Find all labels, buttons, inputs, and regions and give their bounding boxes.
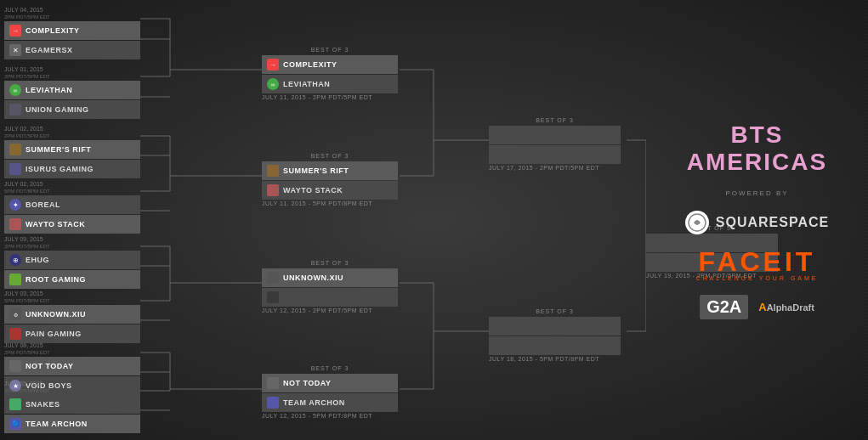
r2-match-3: BEST OF 3 UNKNOWN.XIU JULY 12, 2015 - 2P… (262, 260, 398, 313)
squarespace-logo: SQUARESPACE (685, 211, 829, 234)
r1-m3-time: 2PM PDT/5PM EDT (4, 133, 140, 138)
g2a-logo: G2A (700, 295, 748, 319)
team-name: TEAM ARCHON (26, 420, 88, 428)
r1-m4-time: 5PM PDT/8PM EDT (4, 189, 140, 194)
team-icon: → (9, 25, 21, 37)
bracket-container: JULY 04, 2015 2PM PDT/5PM EDT → COMPLEXI… (0, 0, 646, 440)
team-slot: UNKNOWN.XIU (262, 268, 398, 287)
team-slot: → COMPLEXITY (262, 55, 398, 74)
team-name: TEAM ARCHON (283, 398, 345, 407)
team-slot: ROOT GAMING (4, 270, 140, 289)
team-slot (262, 288, 398, 307)
team-name: LEVIATHAN (26, 86, 72, 94)
team-slot-empty (489, 317, 621, 336)
r3-m2-label: BEST OF 3 (489, 308, 621, 314)
r1-match-8: JULY 05, 2015 2PM PDT/5PM EDT SNAKES 🔵 T… (4, 381, 140, 434)
r1-m2-date: JULY 01, 2015 (4, 66, 140, 72)
r2-m4-date: JULY 12, 2015 - 5PM PDT/8PM EDT (262, 413, 398, 419)
team-icon (267, 165, 279, 177)
team-icon (9, 398, 21, 410)
r1-m1-time: 2PM PDT/5PM EDT (4, 14, 140, 20)
team-icon: ⊕ (9, 254, 21, 266)
team-icon (9, 104, 21, 116)
r3-match-2: BEST OF 3 JULY 18, 2015 - 5PM PDT/8PM ED… (489, 308, 621, 362)
team-icon (267, 184, 279, 196)
team-name: ISURUS GAMING (26, 165, 94, 173)
r1-match-2: JULY 01, 2015 2PM PDT/5PM EDT ∞ LEVIATHA… (4, 66, 140, 120)
team-slot-empty (489, 336, 621, 355)
team-slot: ⊕ EHUG (4, 251, 140, 269)
team-icon (267, 291, 279, 303)
r1-match-5: JULY 09, 2015 2PM PDT/5PM EDT ⊕ EHUG ROO… (4, 236, 140, 290)
team-icon (9, 360, 21, 372)
r1-match-4: JULY 02, 2015 5PM PDT/8PM EDT ✦ BOREAL W… (4, 181, 140, 234)
r1-m7-date: JULY 08, 2015 (4, 342, 140, 348)
team-name: ROOT GAMING (26, 275, 86, 284)
team-icon (267, 377, 279, 389)
r2-match-1: BEST OF 3 → COMPLEXITY ∞ LEVIATHAN JULY … (262, 47, 398, 100)
r3-m2-date: JULY 18, 2015 - 5PM PDT/8PM EDT (489, 356, 621, 362)
team-name: NOT TODAY (26, 362, 74, 370)
team-slot: 🔵 TEAM ARCHON (4, 415, 140, 433)
team-icon: ∞ (9, 84, 21, 96)
team-slot: ✕ EGAMERSX (4, 41, 140, 59)
team-name: UNION GAMING (26, 105, 89, 114)
team-slot: UNION GAMING (4, 100, 140, 119)
team-icon: ∞ (267, 78, 279, 90)
r1-m6-date: JULY 03, 2015 (4, 291, 140, 296)
team-name: SUMMER'S RIFT (283, 166, 349, 175)
r1-m7-time: 2PM PDT/5PM EDT (4, 350, 140, 355)
team-icon: 🔵 (9, 418, 21, 430)
team-name: PAIN GAMING (26, 330, 82, 338)
team-slot: ∞ LEVIATHAN (262, 75, 398, 93)
r1-match-1: JULY 04, 2015 2PM PDT/5PM EDT → COMPLEXI… (4, 7, 140, 60)
team-name: SUMMER'S RIFT (26, 145, 91, 154)
r3-m1-date: JULY 17, 2015 - 2PM PDT/5PM EDT (489, 165, 621, 171)
team-icon (267, 397, 279, 409)
r2-m3-date: JULY 12, 2015 - 2PM PDT/5PM EDT (262, 307, 398, 313)
bts-title: BTS AMERICAS (663, 121, 851, 176)
r1-m6-time: 5PM PDT/8PM EDT (4, 298, 140, 303)
team-slot: TEAM ARCHON (262, 393, 398, 412)
r2-match-2: BEST OF 3 SUMMER'S RIFT WAYTO STACK JULY… (262, 153, 398, 206)
team-name: NOT TODAY (283, 379, 332, 387)
r2-m1-date: JULY 11, 2015 - 2PM PDT/5PM EDT (262, 94, 398, 100)
r3-m1-label: BEST OF 3 (489, 117, 621, 123)
team-slot: NOT TODAY (4, 357, 140, 375)
team-slot: WAYTO STACK (4, 215, 140, 234)
r1-m5-date: JULY 09, 2015 (4, 236, 140, 242)
team-name: UNKNOWN.XIU (26, 310, 86, 319)
team-name: WAYTO STACK (26, 220, 85, 228)
team-slot: ∞ LEVIATHAN (4, 81, 140, 99)
team-name: EGAMERSX (26, 46, 73, 54)
team-slot: SUMMER'S RIFT (4, 140, 140, 159)
faceit-tagline: CHALLENGE YOUR GAME (695, 275, 818, 281)
team-slot: SUMMER'S RIFT (262, 161, 398, 180)
team-icon (267, 272, 279, 284)
team-slot-empty (489, 126, 621, 144)
team-slot: ⚙ UNKNOWN.XIU (4, 305, 140, 324)
team-name: COMPLEXITY (283, 60, 338, 69)
team-slot: PAIN GAMING (4, 324, 140, 343)
r2-m2-label: BEST OF 3 (262, 153, 398, 159)
team-icon: ✕ (9, 44, 21, 56)
faceit-name: FACEIT (695, 248, 818, 275)
r2-m2-date: JULY 11, 2015 - 5PM PDT/8PM EDT (262, 200, 398, 206)
team-name: LEVIATHAN (283, 80, 330, 88)
r1-match-6: JULY 03, 2015 5PM PDT/8PM EDT ⚙ UNKNOWN.… (4, 291, 140, 344)
r1-m2-time: 2PM PDT/5PM EDT (4, 74, 140, 79)
powered-by-label: POWERED BY (725, 189, 788, 197)
alphadraft-text: AlphaDraft (767, 302, 814, 313)
r1-m5-time: 2PM PDT/5PM EDT (4, 244, 140, 249)
alphadraft-logo: AAlphaDraft (758, 301, 814, 313)
team-slot: → COMPLEXITY (4, 21, 140, 40)
r2-m1-label: BEST OF 3 (262, 47, 398, 53)
r1-match-3: JULY 02, 2015 2PM PDT/5PM EDT SUMMER'S R… (4, 126, 140, 179)
r1-m3-date: JULY 02, 2015 (4, 126, 140, 132)
team-name: EHUG (26, 256, 49, 264)
team-icon: ⚙ (9, 308, 21, 320)
team-icon (9, 218, 21, 230)
squarespace-icon (685, 211, 709, 234)
team-slot: SNAKES (4, 395, 140, 414)
r1-m4-date: JULY 02, 2015 (4, 181, 140, 187)
